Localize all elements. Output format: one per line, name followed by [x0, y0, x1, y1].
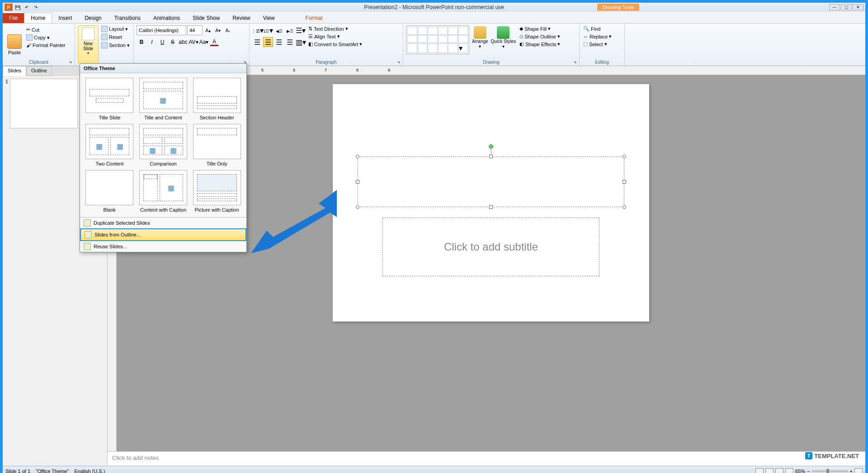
tab-design[interactable]: Design — [78, 13, 108, 23]
tab-review[interactable]: Review — [226, 13, 256, 23]
shape-oval-icon[interactable] — [458, 27, 468, 35]
italic-button[interactable]: I — [147, 37, 157, 47]
outline-tab[interactable]: Outline — [26, 66, 52, 76]
character-spacing-button[interactable]: AV▾ — [189, 37, 198, 47]
resize-handle-bottom-right[interactable] — [623, 205, 626, 209]
tab-transitions[interactable]: Transitions — [108, 13, 147, 23]
resize-handle-bottom-left[interactable] — [356, 205, 359, 209]
convert-smartart-button[interactable]: ◧Convert to SmartArt ▾ — [307, 41, 363, 47]
reading-view-button[interactable] — [775, 468, 783, 473]
reuse-slides-item[interactable]: Reuse Slides... — [80, 241, 246, 252]
resize-handle-bottom-mid[interactable] — [489, 205, 493, 209]
cut-button[interactable]: ✂Cut — [25, 26, 66, 33]
resize-handle-mid-right[interactable] — [623, 180, 626, 184]
copy-button[interactable]: Copy ▾ — [25, 34, 66, 41]
zoom-out-button[interactable]: − — [807, 468, 810, 473]
shape-curve-icon[interactable] — [418, 35, 428, 43]
shrink-font-button[interactable]: A▾ — [213, 26, 222, 35]
minimize-button[interactable]: — — [829, 4, 840, 10]
tab-insert[interactable]: Insert — [52, 13, 78, 23]
shape-more-icon[interactable] — [458, 35, 468, 43]
clear-formatting-button[interactable]: Aₓ — [223, 26, 232, 35]
layout-section-header[interactable]: Section Header — [192, 78, 242, 120]
bold-button[interactable]: B — [137, 37, 146, 47]
replace-button[interactable]: ↔Replace ▾ — [582, 33, 622, 40]
resize-handle-top-mid[interactable] — [489, 155, 493, 158]
layout-content-caption[interactable]: Content with Caption — [138, 170, 189, 213]
find-button[interactable]: 🔍Find — [582, 25, 622, 32]
slideshow-view-button[interactable] — [785, 468, 793, 473]
shapes-expand-icon[interactable]: ▾ — [458, 43, 468, 53]
font-size-input[interactable] — [187, 25, 203, 35]
title-placeholder[interactable] — [358, 156, 624, 207]
zoom-slider[interactable] — [812, 470, 848, 472]
shape-freeform-icon[interactable] — [428, 35, 438, 43]
shape-effects-button[interactable]: ◐Shape Effects ▾ — [519, 41, 561, 47]
close-button[interactable]: ✕ — [853, 4, 863, 10]
tab-format[interactable]: Format — [299, 13, 329, 23]
tab-home[interactable]: Home — [24, 13, 52, 23]
layout-title-content[interactable]: Title and Content — [138, 78, 189, 120]
slides-tab[interactable]: Slides — [3, 66, 26, 76]
resize-handle-top-left[interactable] — [356, 155, 359, 158]
slides-from-outline-item[interactable]: Slides from Outline... — [80, 228, 246, 241]
shape-outline-button[interactable]: ◇Shape Outline ▾ — [519, 33, 561, 40]
powerpoint-icon[interactable]: P — [5, 4, 13, 11]
strikethrough-button[interactable]: S — [168, 37, 178, 47]
paste-button[interactable]: Paste — [5, 25, 24, 64]
duplicate-slides-item[interactable]: Duplicate Selected Slides — [80, 218, 246, 228]
shape-hex-icon[interactable] — [418, 43, 428, 53]
tab-animations[interactable]: Animations — [147, 13, 186, 23]
line-spacing-button[interactable]: ☰▾ — [296, 25, 306, 35]
language-indicator[interactable]: English (U.S.) — [74, 468, 105, 473]
paragraph-dialog-launcher[interactable]: ⬊ — [397, 60, 402, 65]
select-button[interactable]: ⬚Select ▾ — [582, 41, 622, 47]
undo-icon[interactable]: ↶ — [23, 4, 31, 11]
shape-callout-icon[interactable] — [438, 43, 448, 53]
increase-indent-button[interactable] — [285, 25, 295, 35]
section-button[interactable]: Section ▾ — [100, 42, 131, 49]
shape-connector-icon[interactable] — [407, 35, 417, 43]
justify-button[interactable]: ☰ — [285, 37, 295, 47]
font-color-button[interactable]: A — [209, 37, 219, 47]
zoom-level[interactable]: 65% — [795, 468, 805, 473]
font-name-input[interactable] — [137, 25, 186, 35]
arrange-button[interactable]: Arrange▾ — [471, 25, 489, 64]
layout-two-content[interactable]: Two Content — [85, 124, 135, 166]
zoom-in-button[interactable]: + — [850, 468, 853, 473]
new-slide-button[interactable]: New Slide ▾ — [78, 25, 99, 64]
columns-button[interactable]: ▥▾ — [296, 37, 306, 47]
notes-pane[interactable]: Click to add notes — [108, 451, 865, 466]
underline-button[interactable]: U — [157, 37, 167, 47]
layout-blank[interactable]: Blank — [85, 170, 135, 213]
quick-styles-button[interactable]: Quick Styles▾ — [490, 25, 517, 64]
layout-comparison[interactable]: Comparison — [138, 124, 189, 166]
shape-line-icon[interactable] — [418, 27, 428, 35]
shape-diamond-icon[interactable] — [448, 35, 458, 43]
grow-font-button[interactable]: A▴ — [203, 26, 212, 35]
tab-slideshow[interactable]: Slide Show — [186, 13, 226, 23]
align-right-button[interactable]: ☰ — [274, 37, 284, 47]
text-direction-button[interactable]: ⇅Text Direction ▾ — [307, 25, 363, 32]
shape-star-icon[interactable] — [428, 43, 438, 53]
shape-brace-icon[interactable] — [407, 43, 417, 53]
resize-handle-mid-left[interactable] — [356, 180, 359, 184]
align-left-button[interactable]: ☰ — [252, 37, 262, 47]
shape-fill-button[interactable]: ◆Shape Fill ▾ — [519, 25, 561, 32]
layout-title-only[interactable]: Title Only — [192, 124, 242, 166]
layout-title-slide[interactable]: Title Slide — [85, 78, 135, 120]
layout-picture-caption[interactable]: Picture with Caption — [192, 170, 242, 213]
save-icon[interactable]: 💾 — [14, 4, 22, 11]
format-painter-button[interactable]: 🖌Format Painter — [25, 42, 66, 48]
fit-window-button[interactable] — [854, 468, 863, 473]
align-text-button[interactable]: ☰Align Text ▾ — [307, 33, 363, 40]
shape-arrow2-icon[interactable] — [448, 43, 458, 53]
shape-textbox-icon[interactable] — [407, 27, 417, 35]
shape-triangle-icon[interactable] — [438, 35, 448, 43]
tab-view[interactable]: View — [257, 13, 281, 23]
change-case-button[interactable]: Aa▾ — [199, 37, 209, 47]
decrease-indent-button[interactable] — [274, 25, 284, 35]
redo-icon[interactable]: ↷ — [32, 4, 40, 11]
drawing-dialog-launcher[interactable]: ⬊ — [574, 60, 578, 65]
tab-file[interactable]: File — [3, 13, 24, 23]
